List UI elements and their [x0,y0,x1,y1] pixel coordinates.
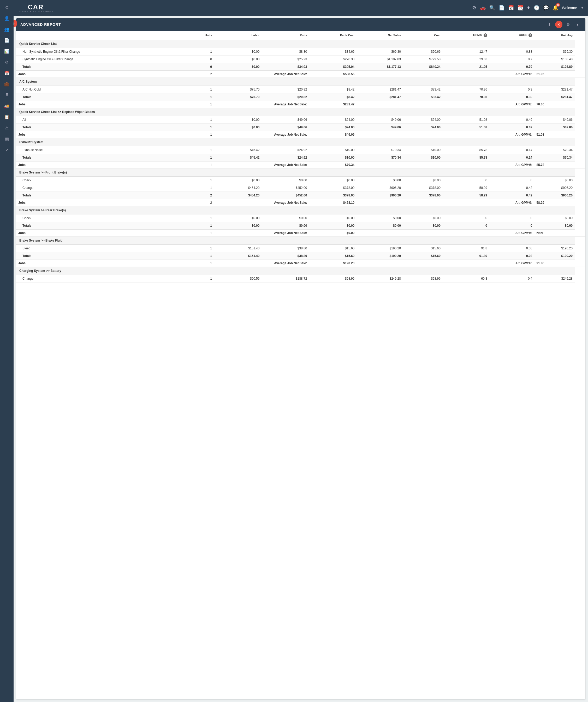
table-row: Change1$60.56$188.72$98.96$249.28$98.966… [16,275,585,282]
section-header: Brake System >> Brake Fluid [16,237,585,245]
col-units: Units [185,31,214,40]
sidebar-item-group[interactable]: 👥 [2,24,11,34]
table-row: Bleed1$151.40$38.80$15.60$190.20$15.6091… [16,245,585,252]
sidebar-item-monitor[interactable]: 🖥 [2,90,11,100]
section-header: Quick Service Check List [16,40,585,48]
cogs-help-icon[interactable]: ? [528,33,532,37]
report-panel: ADVANCED REPORT ⬇ ✕ ⚙ ▼ Units Labor [16,18,585,699]
jobs-row: Jobs:1Average Job Net Sale:$281.47Alt. G… [16,101,585,108]
jobs-row: Jobs:1Average Job Net Sale:$70.34Alt. GP… [16,161,585,168]
section-header: Brake System >> Front Brake(s) [16,168,585,177]
totals-row: Totals2$454.20$452.00$378.00$906.20$378.… [16,192,585,199]
close-button[interactable]: ✕ [555,21,563,28]
report-table: Units Labor Parts Parts Cost Net Sales C… [16,31,585,282]
top-navigation: CAR COMPLETE AUTO REPORTS ⚙ 🚗 🔍 📄 📅 📆 + … [14,0,588,16]
col-unit-avg: Unit Avg [534,31,575,40]
sidebar-item-list[interactable]: 📋 [2,112,11,122]
table-body: Quick Service Check ListNon-Synthetic En… [16,40,585,282]
col-parts-cost: Parts Cost [309,31,357,40]
section-header: Brake System >> Rear Brake(s) [16,206,585,214]
chat-nav-icon[interactable]: 💬 [543,5,549,11]
column-header-row: Units Labor Parts Parts Cost Net Sales C… [16,31,585,40]
sidebar-item-share[interactable]: ↗ [2,145,11,154]
table-row: All1$0.00$49.06$24.00$49.06$24.0051.080.… [16,116,585,124]
col-parts: Parts [262,31,309,40]
jobs-row: Jobs:1Average Job Net Sale:$0.00Alt. GPM… [16,230,585,237]
col-name [16,31,185,40]
gpm-help-icon[interactable]: ? [484,33,487,37]
sidebar-item-report[interactable]: 📊 [2,46,11,56]
totals-row: Totals1$151.40$38.80$15.60$190.20$15.609… [16,252,585,260]
totals-row: Totals1$0.00$0.00$0.00$0.00$0.0000$0.00 [16,222,585,230]
table-row: A/C Not Cold1$75.70$20.82$8.42$281.47$83… [16,86,585,93]
jobs-row: Jobs:1Average Job Net Sale:$49.06Alt. GP… [16,131,585,138]
app-logo: CAR COMPLETE AUTO REPORTS [18,4,54,12]
totals-row: Totals9$0.00$34.03$305.04$1,177.13$840.2… [16,63,585,71]
report-action-buttons: ⬇ ✕ ⚙ ▼ [546,21,581,28]
logo-subtitle: COMPLETE AUTO REPORTS [18,10,54,12]
col-labor: Labor [214,31,262,40]
sidebar: ⊙ 👤 👥 📄 📊 ⚙ 📅 💼 🖥 🚚 📋 ⚠ ▦ ↗ [0,0,14,702]
notification-badge: 25 [556,3,560,7]
sidebar-item-briefcase[interactable]: 💼 [2,79,11,89]
sidebar-item-file[interactable]: 📄 [2,35,11,45]
sidebar-item-settings[interactable]: ⚙ [2,57,11,67]
col-gpm: GPM% ? [443,31,489,40]
jobs-row: Jobs:1Average Job Net Sale:$190.20Alt. G… [16,260,585,267]
sidebar-item-dashboard[interactable]: ⊙ [2,3,11,12]
welcome-label: Welcome [562,6,577,10]
table-row: Synthetic Engine Oil & Filter Change8$0.… [16,55,585,63]
table-row: Change1$454.20$452.00$378.00$906.20$378.… [16,184,585,192]
section-header: Quick Service Check List >> Replace Wipe… [16,108,585,116]
scheduler-nav-icon[interactable]: 📆 [517,5,523,11]
totals-row: Totals1$45.42$24.92$10.00$70.34$10.0085.… [16,154,585,161]
report-header: ADVANCED REPORT ⬇ ✕ ⚙ ▼ [16,18,585,31]
table-row: Check1$0.00$0.00$0.00$0.00$0.0000$0.00 [16,177,585,184]
table-row: Exhaust Noise1$45.42$24.92$10.00$70.34$1… [16,146,585,154]
dropdown-arrow-icon[interactable]: ▼ [581,6,584,10]
download-button[interactable]: ⬇ [546,21,553,28]
calendar-nav-icon[interactable]: 📅 [508,5,514,11]
section-header: Exhaust System [16,138,585,146]
table-row: Non-Synthetic Engine Oil & Filter Change… [16,48,585,55]
bell-nav-icon[interactable]: 🔔 25 [553,5,558,11]
sidebar-item-calendar[interactable]: 📅 [2,68,11,78]
table-container[interactable]: Units Labor Parts Parts Cost Net Sales C… [16,31,585,699]
car-nav-icon[interactable]: 🚗 [480,5,486,11]
content-area: ❯ ADVANCED REPORT ⬇ ✕ ⚙ ▼ Units [14,16,588,702]
totals-row: Totals1$75.70$20.82$8.42$281.47$83.4270.… [16,93,585,101]
search-nav-icon[interactable]: 🔍 [489,5,495,11]
section-header: A/C System [16,78,585,86]
nav-icons-group: ⚙ 🚗 🔍 📄 📅 📆 + 🕐 💬 🔔 25 Welcome ▼ [472,5,584,11]
col-cost: Cost [403,31,443,40]
report-settings-button[interactable]: ⚙ [565,21,572,28]
col-cogs: COGS ? [489,31,534,40]
totals-row: Totals1$0.00$49.06$24.00$49.06$24.0051.0… [16,124,585,131]
logo-text: CAR [28,4,43,10]
filter-button[interactable]: ▼ [574,21,581,28]
section-header: Charging System >> Battery [16,267,585,275]
document-nav-icon[interactable]: 📄 [499,5,504,11]
sidebar-item-grid[interactable]: ▦ [2,134,11,143]
add-nav-icon[interactable]: + [527,5,530,11]
settings-nav-icon[interactable]: ⚙ [472,5,476,11]
jobs-row: Jobs:2Average Job Net Sale:$453.10Alt. G… [16,199,585,206]
table-row: Check1$0.00$0.00$0.00$0.00$0.0000$0.00 [16,214,585,222]
report-title: ADVANCED REPORT [20,22,61,27]
sidebar-item-person[interactable]: 👤 [2,14,11,23]
clock-nav-icon[interactable]: 🕐 [534,5,540,11]
main-area: CAR COMPLETE AUTO REPORTS ⚙ 🚗 🔍 📄 📅 📆 + … [14,0,588,702]
sidebar-item-truck[interactable]: 🚚 [2,101,11,111]
sidebar-item-alert[interactable]: ⚠ [2,123,11,132]
col-net-sales: Net Sales [357,31,403,40]
jobs-row: Jobs:2Average Job Net Sale:$588.56Alt. G… [16,71,585,78]
